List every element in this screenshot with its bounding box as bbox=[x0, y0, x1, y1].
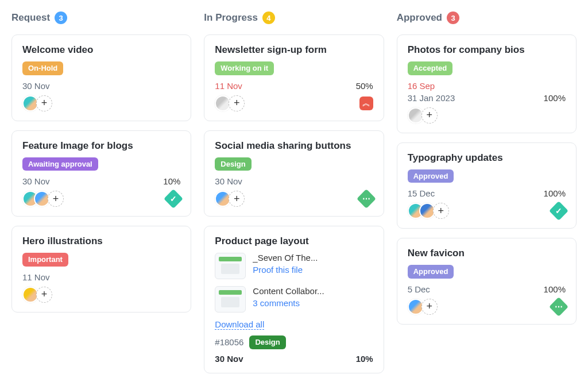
add-assignee-button[interactable]: + bbox=[48, 191, 64, 207]
priority-menu-icon bbox=[549, 297, 568, 317]
status-tag: Important bbox=[22, 253, 68, 267]
card-progress: 10% bbox=[356, 354, 373, 364]
file-name: _Seven Of The... bbox=[253, 253, 318, 263]
card-title: Welcome video bbox=[22, 44, 180, 56]
column-count: 3 bbox=[447, 11, 459, 24]
file-thumbnail[interactable] bbox=[215, 286, 246, 313]
column-count: 4 bbox=[262, 11, 275, 24]
card-progress: 50% bbox=[356, 81, 373, 91]
card-title: Photos for company bios bbox=[408, 44, 566, 56]
card-title: Product page layout bbox=[215, 236, 373, 247]
card[interactable]: Newsletter sign-up formWorking on it11 N… bbox=[204, 34, 384, 121]
file-action-link[interactable]: 3 comments bbox=[253, 298, 324, 308]
column-header: In Progress4 bbox=[204, 11, 384, 24]
priority-high-icon bbox=[359, 97, 373, 110]
file-name: Content Collabor... bbox=[253, 286, 324, 296]
column-title: Approved bbox=[397, 12, 442, 24]
card[interactable]: Social media sharing buttonsDesign30 Nov… bbox=[204, 130, 384, 217]
status-tag: Accepted bbox=[408, 61, 453, 75]
card[interactable]: Photos for company biosAccepted16 Sep31 … bbox=[397, 34, 577, 133]
add-assignee-button[interactable]: + bbox=[229, 191, 245, 207]
card-date-secondary: 31 Jan 2023 bbox=[408, 93, 455, 103]
card-date: 11 Nov bbox=[215, 81, 242, 91]
card-product-layout[interactable]: Product page layout_Seven Of The...Proof… bbox=[204, 226, 384, 373]
card-title: Social media sharing buttons bbox=[215, 140, 373, 152]
status-tag: Approved bbox=[408, 169, 454, 183]
column-count: 3 bbox=[55, 11, 67, 24]
card-title: Typography updates bbox=[408, 152, 566, 164]
card-ref-id: #18056 bbox=[215, 337, 243, 347]
column-header: Request3 bbox=[11, 11, 191, 24]
card-title: Feature Image for blogs bbox=[22, 140, 180, 152]
status-tag: Design bbox=[249, 335, 285, 349]
add-assignee-button[interactable]: + bbox=[36, 95, 52, 111]
priority-done-icon bbox=[549, 201, 568, 221]
status-tag: Design bbox=[215, 157, 251, 171]
card[interactable]: Feature Image for blogsAwaiting approval… bbox=[11, 130, 191, 217]
column-header: Approved3 bbox=[397, 11, 577, 24]
add-assignee-button[interactable]: + bbox=[229, 95, 245, 111]
card-date: 5 Dec bbox=[408, 284, 430, 294]
card-progress: 10% bbox=[163, 176, 180, 186]
card-date: 15 Dec bbox=[408, 188, 435, 198]
card-date: 30 Nov bbox=[215, 176, 242, 186]
card-title: Newsletter sign-up form bbox=[215, 44, 373, 56]
add-assignee-button[interactable]: + bbox=[421, 299, 438, 315]
card-date: 30 Nov bbox=[22, 81, 50, 91]
card-title: New favicon bbox=[408, 248, 566, 259]
file-thumbnail[interactable] bbox=[215, 253, 246, 279]
status-tag: Awaiting approval bbox=[22, 157, 98, 171]
file-row: _Seven Of The...Proof this file bbox=[215, 253, 373, 279]
priority-menu-icon bbox=[357, 189, 376, 209]
column-in-progress: In Progress4Newsletter sign-up formWorki… bbox=[204, 11, 384, 378]
status-tag: Working on it bbox=[215, 61, 274, 75]
card-progress: 100% bbox=[544, 93, 566, 103]
status-tag: Approved bbox=[408, 265, 454, 279]
column-title: In Progress bbox=[204, 12, 258, 24]
priority-done-icon bbox=[164, 189, 183, 209]
card-date: 16 Sep bbox=[408, 81, 435, 91]
card[interactable]: Welcome videoOn-Hold30 Nov+ bbox=[11, 34, 191, 121]
card-date: 30 Nov bbox=[215, 354, 243, 364]
card-title: Hero illustrations bbox=[22, 236, 180, 247]
file-action-link[interactable]: Proof this file bbox=[253, 265, 318, 275]
card[interactable]: Typography updatesApproved15 Dec100%+ bbox=[397, 142, 577, 229]
add-assignee-button[interactable]: + bbox=[36, 287, 52, 303]
add-assignee-button[interactable]: + bbox=[433, 203, 449, 219]
column-title: Request bbox=[11, 12, 50, 24]
card-date: 30 Nov bbox=[22, 176, 50, 186]
download-all-link[interactable]: Download all bbox=[215, 319, 264, 330]
status-tag: On-Hold bbox=[22, 61, 63, 75]
card[interactable]: New faviconApproved5 Dec100%+ bbox=[397, 238, 577, 325]
file-row: Content Collabor...3 comments bbox=[215, 286, 373, 313]
column-approved: Approved3Photos for company biosAccepted… bbox=[397, 11, 577, 334]
add-assignee-button[interactable]: + bbox=[421, 107, 438, 124]
card[interactable]: Hero illustrationsImportant11 Nov+ bbox=[11, 226, 191, 313]
card-progress: 100% bbox=[544, 284, 566, 294]
column-request: Request3Welcome videoOn-Hold30 Nov+Featu… bbox=[11, 11, 191, 322]
card-progress: 100% bbox=[544, 188, 566, 198]
card-date: 11 Nov bbox=[22, 272, 50, 282]
